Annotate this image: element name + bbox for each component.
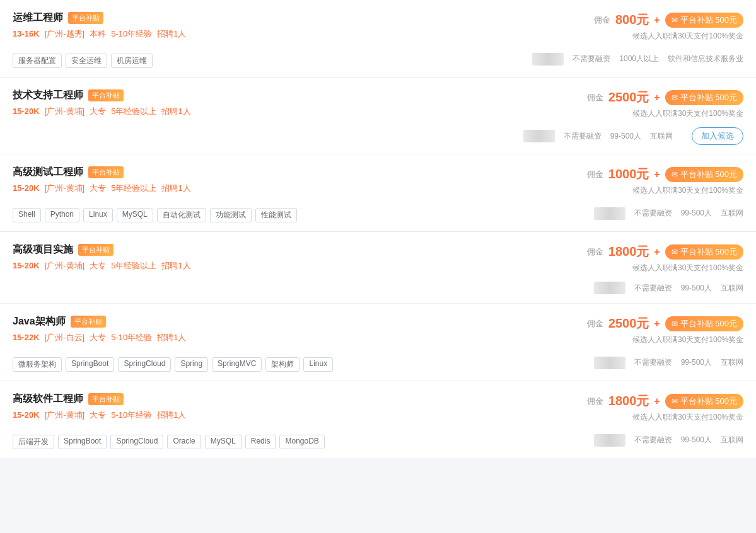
experience: 5年经验以上: [111, 106, 156, 116]
bonus-text: 平台补贴 500元: [680, 318, 737, 330]
job-tags: 后端开发SpringBootSpringCloudOracleMySQLRedi…: [13, 435, 325, 449]
company-logo: [523, 130, 555, 142]
company-tag: 99-500人: [681, 357, 712, 368]
job-right-section: 佣金800元 + ✉平台补贴 500元候选人入职满30天支付100%奖金: [479, 11, 743, 44]
company-tag: 互联网: [650, 131, 673, 142]
platform-badge: 平台补贴: [88, 166, 124, 178]
skill-tag[interactable]: SpringBoot: [66, 357, 114, 372]
location: [广州-黄埔]: [45, 410, 85, 420]
skill-tag[interactable]: 服务器配置: [13, 54, 62, 68]
reward-row: 佣金2500元 + ✉平台补贴 500元: [587, 89, 743, 106]
job-title[interactable]: 运维工程师: [13, 11, 63, 25]
location: [广州-黄埔]: [45, 261, 85, 270]
headcount: 招聘1人: [161, 106, 190, 116]
skill-tag[interactable]: Redis: [245, 435, 276, 449]
job-title[interactable]: 高级项目实施: [13, 243, 73, 256]
job-right-section: 佣金1800元 + ✉平台补贴 500元候选人入职满30天支付100%奖金: [479, 243, 743, 276]
platform-bonus-badge: ✉平台补贴 500元: [665, 244, 743, 260]
platform-badge: 平台补贴: [88, 393, 124, 405]
location: [广州-黄埔]: [45, 106, 85, 116]
company-tag: 不需要融资: [634, 357, 672, 368]
experience: 5年经验以上: [111, 261, 156, 270]
mail-icon: ✉: [672, 397, 678, 406]
job-top-row: Java架构师平台补贴15-22K[广州-白云]大专5-10年经验招聘1人佣金2…: [13, 315, 743, 350]
skill-tag[interactable]: MySQL: [205, 435, 241, 449]
reward-amount: 2500元: [608, 315, 649, 332]
platform-bonus-badge: ✉平台补贴 500元: [665, 394, 743, 409]
reward-prefix: 佣金: [587, 246, 603, 258]
skill-tag[interactable]: Spring: [175, 357, 208, 372]
skill-tag[interactable]: 性能测试: [255, 208, 297, 222]
job-item: 高级软件工程师平台补贴15-20K[广州-黄埔]大专5-10年经验招聘1人佣金1…: [0, 381, 756, 458]
bonus-text: 平台补贴 500元: [680, 246, 737, 258]
skill-tag[interactable]: 自动化测试: [157, 208, 206, 222]
platform-badge: 平台补贴: [71, 316, 106, 328]
education: 大专: [90, 106, 106, 116]
headcount: 招聘1人: [157, 29, 186, 38]
company-tag: 不需要融资: [573, 54, 610, 64]
reward-plus: +: [654, 396, 660, 407]
reward-plus: +: [654, 169, 660, 180]
skill-tag[interactable]: 架构师: [265, 357, 299, 372]
job-title[interactable]: 技术支持工程师: [13, 89, 83, 102]
headcount: 招聘1人: [161, 261, 190, 270]
job-title-row: Java架构师平台补贴: [13, 315, 479, 328]
salary: 15-20K: [13, 261, 40, 270]
skill-tag[interactable]: Linux: [83, 208, 113, 222]
job-title[interactable]: 高级软件工程师: [13, 393, 83, 406]
job-left-section: 高级软件工程师平台补贴15-20K[广州-黄埔]大专5-10年经验招聘1人: [13, 393, 479, 427]
job-title[interactable]: Java架构师: [13, 315, 66, 328]
skill-tag[interactable]: SpringMVC: [212, 357, 262, 372]
skill-tag[interactable]: 后端开发: [13, 435, 54, 449]
skill-tag[interactable]: MongoDB: [279, 435, 324, 449]
experience: 5年经验以上: [111, 183, 156, 193]
headcount: 招聘1人: [157, 333, 186, 342]
job-right-section: 佣金1800元 + ✉平台补贴 500元候选人入职满30天支付100%奖金: [479, 393, 743, 425]
skill-tag[interactable]: SpringBoot: [58, 435, 107, 449]
skill-tag[interactable]: 机房运维: [111, 54, 153, 68]
job-top-row: 高级项目实施平台补贴15-20K[广州-黄埔]大专5年经验以上招聘1人佣金180…: [13, 243, 743, 278]
job-right-section: 佣金2500元 + ✉平台补贴 500元候选人入职满30天支付100%奖金: [479, 89, 743, 122]
join-candidate-button[interactable]: 加入候选: [692, 127, 743, 145]
skill-tag[interactable]: 功能测试: [210, 208, 252, 222]
company-tag: 99-500人: [681, 435, 712, 445]
skill-tag[interactable]: SpringCloud: [118, 357, 171, 372]
reward-amount: 1800元: [608, 393, 649, 410]
skill-tag[interactable]: Linux: [303, 357, 333, 372]
reward-prefix: 佣金: [587, 396, 603, 407]
job-left-section: 高级项目实施平台补贴15-20K[广州-黄埔]大专5年经验以上招聘1人: [13, 243, 479, 278]
location: [广州-白云]: [45, 333, 85, 342]
job-title[interactable]: 高级测试工程师: [13, 166, 83, 179]
reward-row: 佣金1800元 + ✉平台补贴 500元: [587, 243, 743, 260]
skill-tag[interactable]: Python: [45, 208, 79, 222]
platform-badge: 平台补贴: [78, 244, 113, 256]
headcount: 招聘1人: [161, 183, 190, 193]
job-bottom-row: 不需要融资99-500人互联网加入候选: [13, 127, 743, 145]
job-top-row: 高级测试工程师平台补贴15-20K[广州-黄埔]大专5年经验以上招聘1人佣金10…: [13, 166, 743, 200]
job-meta: 13-16K[广州-越秀]本科5-10年经验招聘1人: [13, 28, 479, 40]
reward-amount: 2500元: [608, 89, 649, 106]
skill-tag[interactable]: Shell: [13, 208, 41, 222]
job-tags: 微服务架构SpringBootSpringCloudSpringSpringMV…: [13, 357, 333, 372]
skill-tag[interactable]: 微服务架构: [13, 357, 62, 372]
job-list: 运维工程师平台补贴13-16K[广州-越秀]本科5-10年经验招聘1人佣金800…: [0, 0, 756, 458]
skill-tag[interactable]: SpringCloud: [110, 435, 163, 449]
job-title-row: 高级项目实施平台补贴: [13, 243, 479, 256]
reward-prefix: 佣金: [587, 169, 603, 180]
bonus-text: 平台补贴 500元: [680, 396, 737, 407]
skill-tag[interactable]: 安全运维: [66, 54, 107, 68]
job-top-row: 技术支持工程师平台补贴15-20K[广州-黄埔]大专5年经验以上招聘1人佣金25…: [13, 89, 743, 123]
reward-prefix: 佣金: [587, 92, 603, 103]
salary: 13-16K: [13, 29, 40, 38]
education: 本科: [90, 29, 106, 38]
mail-icon: ✉: [672, 16, 678, 25]
skill-tag[interactable]: Oracle: [167, 435, 201, 449]
skill-tag[interactable]: MySQL: [117, 208, 153, 222]
job-bottom-row: 微服务架构SpringBootSpringCloudSpringSpringMV…: [13, 353, 743, 372]
job-bottom-row: ShellPythonLinuxMySQL自动化测试功能测试性能测试不需要融资9…: [13, 204, 743, 222]
education: 大专: [90, 410, 106, 420]
company-tag: 99-500人: [610, 131, 641, 142]
reward-amount: 1800元: [608, 243, 649, 260]
company-logo: [594, 434, 625, 447]
job-meta: 15-22K[广州-白云]大专5-10年经验招聘1人: [13, 332, 479, 343]
